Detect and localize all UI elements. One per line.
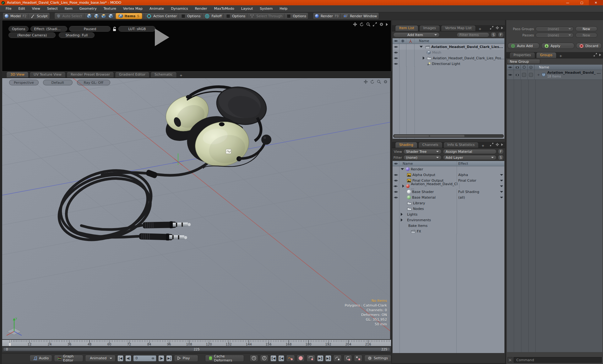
shading-gear-icon[interactable] <box>496 143 499 146</box>
sculpt-mode-button[interactable]: Sculpt <box>37 14 47 18</box>
zoom-icon[interactable] <box>366 22 370 26</box>
groups-add-tab[interactable]: + <box>557 54 564 58</box>
menu-select[interactable]: Select <box>44 6 61 12</box>
tab-images[interactable]: Images <box>419 25 440 31</box>
menu-item[interactable]: Item <box>62 6 76 12</box>
shader-row-nodes[interactable]: Nodes <box>393 206 504 211</box>
item-row-mesh[interactable]: Mesh <box>393 50 504 55</box>
menu-animate[interactable]: Animate <box>146 6 167 12</box>
passes-dropdown[interactable]: (none) <box>535 33 574 38</box>
auto-key-button[interactable] <box>307 355 315 362</box>
pass-groups-dropdown[interactable]: (none) <box>535 26 574 31</box>
tab-properties[interactable]: Properties <box>509 52 535 58</box>
item-row-scene[interactable]: Aviation_Headset_David_Clark_Lies... <box>393 44 504 50</box>
shading-expand-icon[interactable] <box>490 143 493 146</box>
shading-s-button[interactable]: S <box>498 155 504 160</box>
next-key2-button[interactable]: ▶] <box>325 355 331 361</box>
panel-arrow-icon[interactable] <box>386 23 388 26</box>
falloff-button[interactable]: Falloff <box>211 14 221 18</box>
time-snap-button[interactable] <box>260 355 269 362</box>
prev-frame-button[interactable]: ◀| <box>125 355 131 361</box>
pan-icon[interactable] <box>353 22 357 26</box>
preview-effect-button[interactable]: Effect: (Shadi... <box>30 26 67 32</box>
cache-deformers-button[interactable]: Cache Deformers <box>205 355 244 362</box>
apply-button[interactable]: Apply <box>541 43 574 49</box>
viewport-raygl-button[interactable]: Ray GL: Off <box>77 80 110 85</box>
tab-schematic[interactable]: Schematic <box>150 72 177 78</box>
item-list-expand-icon[interactable] <box>490 26 493 29</box>
auto-select-button[interactable]: Auto Select <box>62 14 82 18</box>
view-dropdown[interactable]: Shader Tree <box>403 149 442 154</box>
viewport-zoom-icon[interactable] <box>377 80 381 84</box>
item-list-s-button[interactable]: S <box>491 32 497 38</box>
tab-render-preset-browser[interactable]: Render Preset Browser <box>67 72 114 78</box>
expand-arrow[interactable] <box>420 46 423 48</box>
time-tool-button[interactable] <box>250 355 258 362</box>
group-row[interactable]: + Aviation_Headset_David_ ... 18 Items <box>507 70 602 80</box>
item-row-group-locator[interactable]: Aviation_Headset_David_Clark_Lies_Pos... <box>393 55 504 61</box>
command-history-button[interactable]: > <box>508 357 513 363</box>
menu-geometry[interactable]: Geometry <box>76 6 100 12</box>
preview-paused-button[interactable]: Paused <box>69 26 111 32</box>
next-frame-button[interactable]: |▶ <box>158 355 164 361</box>
key-channel-button[interactable] <box>286 355 295 362</box>
shader-row-library[interactable]: Library <box>393 200 504 206</box>
shader-row-material-group[interactable]: Aviation_Headset_David_Cl ... <box>393 183 504 189</box>
shader-row-base-material[interactable]: Base Material (all) <box>393 195 504 200</box>
item-list-menu-arrow[interactable] <box>501 27 503 29</box>
filter-items-input[interactable]: Filter Items <box>457 32 489 37</box>
preview-shading-button[interactable]: Shading: Full <box>59 32 95 38</box>
menu-dynamics[interactable]: Dynamics <box>168 6 191 12</box>
assign-material-button[interactable]: Assign Material <box>443 149 497 154</box>
preview-play-button[interactable] <box>155 29 169 46</box>
viewport-gear-icon[interactable] <box>383 80 388 84</box>
select-through-options-label[interactable]: Options <box>293 14 306 18</box>
viewport-shading-button[interactable]: Default <box>43 80 73 85</box>
anim-mode-dropdown[interactable]: Animated <box>85 355 115 362</box>
go-to-start-button[interactable]: |◀ <box>117 355 123 361</box>
viewport-rotate-icon[interactable] <box>370 80 374 84</box>
timeline-ruler[interactable]: 0 12 24 36 48 60 72 84 96 108 120 132 14… <box>2 340 391 346</box>
action-center-button[interactable]: Action Center <box>153 14 177 18</box>
play-button[interactable]: Play <box>174 355 198 362</box>
viewport-projection-button[interactable]: Perspective <box>9 80 39 85</box>
preview-options-button[interactable]: Options <box>8 26 29 32</box>
materials-mode-icon[interactable] <box>108 13 114 19</box>
new-group-button[interactable]: New Group <box>507 59 540 64</box>
edges-mode-icon[interactable] <box>94 13 99 19</box>
shader-row-environments[interactable]: Environments <box>393 217 504 223</box>
group-checkbox-2[interactable] <box>529 73 533 77</box>
menu-texture[interactable]: Texture <box>100 6 119 12</box>
shading-f-button[interactable]: F <box>498 149 504 154</box>
graph-editor-button[interactable]: Graph Editor <box>54 355 83 362</box>
tab-uv-texture-view[interactable]: UV Texture View <box>30 72 66 78</box>
menu-layout[interactable]: Layout <box>238 6 256 12</box>
prev-key-button[interactable]: [◀ <box>270 355 276 361</box>
menu-render[interactable]: Render <box>192 6 210 12</box>
items-mode-button[interactable]: Items 5 <box>116 13 142 19</box>
preview-lut-button[interactable]: LUT: sRGB <box>118 26 155 32</box>
shader-row-alpha-output[interactable]: Alpha Output Alpha <box>393 172 504 178</box>
collapse-arrow[interactable] <box>423 56 425 60</box>
action-center-options-label[interactable]: Options <box>187 14 200 18</box>
shader-row-render[interactable]: Render <box>393 166 504 172</box>
shader-row-bake-items[interactable]: Bake Items <box>393 223 504 228</box>
item-row-directional-light[interactable]: Directional Light <box>393 61 504 67</box>
actor-button[interactable] <box>333 355 342 362</box>
tab-item-list[interactable]: Item List <box>395 25 418 31</box>
filter-dropdown[interactable]: (none) <box>403 155 442 160</box>
groups-expand-icon[interactable] <box>594 53 597 56</box>
next-key-button[interactable]: ▶] <box>317 355 323 361</box>
shading-add-tab[interactable]: + <box>480 144 486 148</box>
select-through-options-checkbox[interactable] <box>287 14 291 18</box>
tab-channels[interactable]: Channels <box>418 142 443 148</box>
pass-groups-new-button[interactable]: New <box>575 26 597 31</box>
tab-info-statistics[interactable]: Info & Statistics <box>443 142 479 148</box>
menu-file[interactable]: File <box>3 6 14 12</box>
tab-groups[interactable]: Groups <box>536 52 557 58</box>
select-through-button[interactable]: Select Through <box>256 14 282 18</box>
go-to-end-button[interactable]: ▶| <box>166 355 172 361</box>
record-button[interactable] <box>297 355 305 362</box>
group-expand-plus[interactable]: + <box>537 73 540 77</box>
add-item-dropdown[interactable]: Add Item <box>393 32 440 37</box>
